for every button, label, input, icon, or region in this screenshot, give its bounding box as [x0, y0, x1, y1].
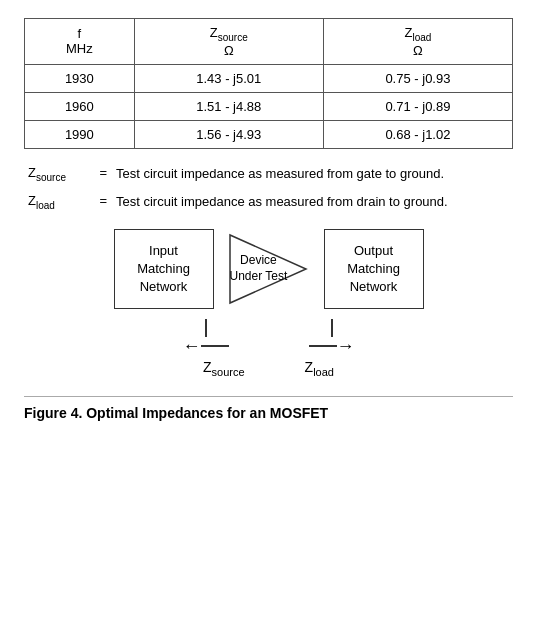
table-cell-zsource: 1.56 - j4.93 [134, 120, 323, 148]
table-row: 19301.43 - j5.010.75 - j0.93 [25, 64, 513, 92]
output-matching-network-label: Output Matching Network [347, 242, 400, 297]
input-matching-network-box: Input Matching Network [114, 229, 214, 309]
z-labels-row: Zsource Zload [24, 359, 513, 378]
col-header-zload: ZloadΩ [323, 19, 512, 65]
table-cell-zsource: 1.51 - j4.88 [134, 92, 323, 120]
def-zsource-text: Test circuit impedance as measured from … [116, 165, 444, 183]
table-cell-zload: 0.71 - j0.89 [323, 92, 512, 120]
def-zload-equals: = [96, 193, 116, 208]
zload-diagram-label: Zload [305, 359, 334, 378]
table-cell-zsource: 1.43 - j5.01 [134, 64, 323, 92]
zsource-diagram-sub: source [212, 366, 245, 378]
table-row: 19601.51 - j4.880.71 - j0.89 [25, 92, 513, 120]
table-row: 19901.56 - j4.930.68 - j1.02 [25, 120, 513, 148]
device-under-test-label: DeviceUnder Test [230, 253, 288, 284]
col-header-freq: fMHz [25, 19, 135, 65]
device-under-test-block: DeviceUnder Test [224, 229, 314, 309]
col-header-zsource: ZsourceΩ [134, 19, 323, 65]
arrow-left: ← [183, 319, 229, 355]
table-cell-freq: 1960 [25, 92, 135, 120]
zload-diagram-sub: load [313, 366, 334, 378]
zload-sub: load [412, 32, 431, 43]
output-matching-network-box: Output Matching Network [324, 229, 424, 309]
zsource-diagram-label: Zsource [203, 359, 245, 378]
figure-caption: Figure 4. Optimal Impedances for an MOSF… [24, 396, 513, 421]
arrow-right: → [309, 319, 355, 355]
table-cell-freq: 1930 [25, 64, 135, 92]
col-header-freq-label: fMHz [66, 26, 93, 56]
table-cell-zload: 0.68 - j1.02 [323, 120, 512, 148]
def-zsource-equals: = [96, 165, 116, 180]
def-zload: Zload = Test circuit impedance as measur… [28, 193, 513, 211]
table-cell-zload: 0.75 - j0.93 [323, 64, 512, 92]
table-cell-freq: 1990 [25, 120, 135, 148]
input-matching-network-label: Input Matching Network [137, 242, 190, 297]
def-zload-text: Test circuit impedance as measured from … [116, 193, 448, 211]
def-zsource-symbol: Zsource [28, 165, 96, 183]
definitions-section: Zsource = Test circuit impedance as meas… [24, 165, 513, 211]
block-diagram: Input Matching Network DeviceUnder Test … [24, 229, 513, 309]
impedance-table: fMHz ZsourceΩ ZloadΩ 19301.43 - j5.010.7… [24, 18, 513, 149]
def-zload-symbol: Zload [28, 193, 96, 211]
def-zsource: Zsource = Test circuit impedance as meas… [28, 165, 513, 183]
zsource-sub: source [218, 32, 248, 43]
